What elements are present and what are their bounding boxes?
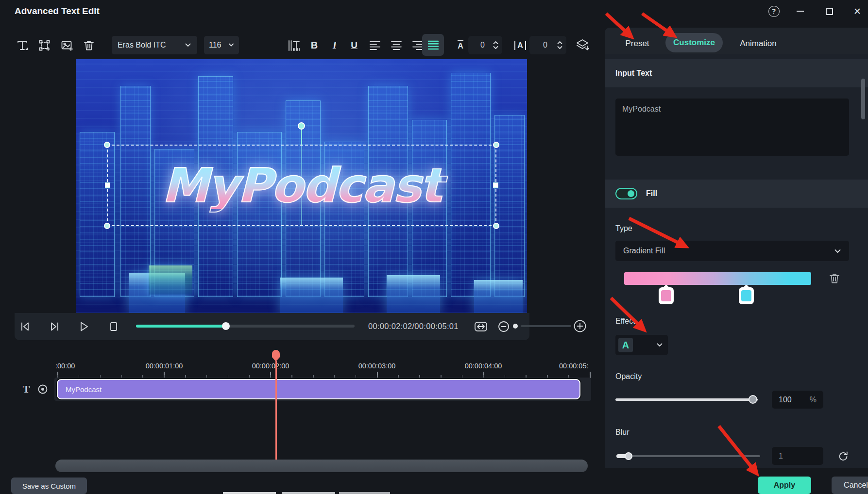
- opacity-unit: %: [810, 395, 817, 404]
- next-frame-icon: [49, 321, 60, 332]
- char-spacing-button[interactable]: A: [454, 39, 467, 52]
- save-as-custom-button[interactable]: Save as Custom: [11, 478, 87, 494]
- rotation-handle-stem: [301, 129, 302, 146]
- gradient-stop-cyan[interactable]: [739, 287, 754, 304]
- track-type-button: T: [19, 382, 33, 396]
- line-spacing-input[interactable]: 0: [529, 36, 566, 54]
- chevron-down-icon: [185, 43, 191, 48]
- minimize-button[interactable]: [793, 4, 807, 18]
- zoom-in-icon: [573, 319, 587, 333]
- timeline-zoom-out-button[interactable]: [497, 320, 510, 333]
- text-clip-label: MyPodcast: [66, 385, 102, 394]
- seek-slider-handle[interactable]: [222, 322, 230, 330]
- add-image-button[interactable]: [60, 38, 74, 53]
- trash-icon: [83, 39, 95, 52]
- previous-frame-icon: [19, 321, 31, 332]
- char-spacing-input[interactable]: 0: [468, 36, 502, 54]
- font-family-select[interactable]: Eras Bold ITC: [112, 36, 197, 54]
- fill-toggle[interactable]: [615, 188, 637, 199]
- gradient-bar[interactable]: [624, 272, 811, 285]
- text-tool-icon: [16, 39, 29, 52]
- type-label: Type: [615, 224, 632, 233]
- cancel-button[interactable]: Cancel: [832, 477, 868, 494]
- transform-tool-button[interactable]: [37, 38, 52, 53]
- underline-button[interactable]: U: [348, 38, 360, 52]
- minimize-icon: [797, 11, 804, 12]
- font-family-value: Eras Bold ITC: [118, 41, 185, 49]
- font-size-value: 116: [209, 41, 228, 49]
- opacity-label: Opacity: [615, 372, 642, 381]
- playhead-marker[interactable]: [271, 349, 281, 362]
- delete-gradient-stop-button[interactable]: [828, 272, 841, 285]
- align-left-button[interactable]: [368, 39, 382, 52]
- chevron-down-icon: [228, 43, 234, 48]
- text-tool-button[interactable]: [15, 38, 30, 53]
- fill-type-select[interactable]: Gradient Fill: [615, 241, 849, 261]
- play-icon: [78, 321, 89, 332]
- tab-animation[interactable]: Animation: [732, 36, 785, 51]
- opacity-slider-handle[interactable]: [749, 395, 757, 404]
- bold-button[interactable]: B: [308, 38, 321, 52]
- blur-reset-button[interactable]: [836, 449, 850, 463]
- fit-to-window-button[interactable]: [472, 319, 490, 334]
- blur-slider-handle[interactable]: [625, 452, 632, 460]
- input-text-field[interactable]: MyPodcast: [615, 99, 849, 156]
- rotation-handle[interactable]: [298, 122, 305, 130]
- next-frame-button[interactable]: [48, 320, 61, 333]
- text-clip[interactable]: MyPodcast: [57, 379, 580, 399]
- previous-frame-button[interactable]: [18, 320, 32, 333]
- gradient-stop-pink[interactable]: [659, 287, 674, 304]
- justify-button[interactable]: [422, 34, 444, 56]
- char-spacing-icon: A: [458, 40, 463, 50]
- justify-icon: [427, 40, 439, 50]
- city-cube: [280, 278, 343, 313]
- city-cube: [474, 280, 523, 313]
- effect-select[interactable]: A: [615, 335, 668, 355]
- opacity-slider-track[interactable]: [615, 398, 758, 401]
- zoom-out-icon: [498, 321, 510, 332]
- maximize-button[interactable]: [822, 4, 836, 18]
- align-center-button[interactable]: [390, 39, 403, 52]
- video-preview[interactable]: MyPodcast: [76, 59, 527, 313]
- vertical-text-button[interactable]: [287, 39, 302, 52]
- eye-icon: [37, 383, 49, 395]
- italic-button[interactable]: I: [328, 38, 341, 52]
- stepper-icon: [557, 40, 562, 50]
- preview-text-container[interactable]: MyPodcast: [107, 145, 496, 226]
- track-visibility-button[interactable]: [36, 382, 50, 396]
- font-size-select[interactable]: 116: [204, 36, 239, 54]
- fill-label: Fill: [646, 189, 657, 198]
- blur-slider-track[interactable]: [616, 455, 760, 457]
- close-button[interactable]: ✕: [850, 4, 865, 18]
- timecode-display: 00:00:02:02/00:00:05:01: [368, 322, 459, 331]
- zoom-slider-handle[interactable]: [513, 324, 518, 329]
- fill-section-header: Fill: [605, 180, 868, 208]
- align-left-icon: [369, 40, 381, 51]
- blur-value-box[interactable]: 1: [772, 447, 823, 465]
- panel-scrollbar[interactable]: [861, 79, 865, 119]
- timeline-hscrollbar[interactable]: [55, 460, 588, 472]
- timeline-zoom-in-button[interactable]: [573, 319, 587, 333]
- tab-customize[interactable]: Customize: [665, 33, 723, 52]
- delete-text-button[interactable]: [82, 38, 96, 53]
- fill-toggle-knob: [628, 190, 634, 197]
- maximize-icon: [826, 8, 833, 15]
- input-text-header: Input Text: [605, 59, 868, 87]
- zoom-slider-track[interactable]: [521, 325, 571, 327]
- stop-button[interactable]: [107, 320, 120, 333]
- ruler-label-4: 00:00:04:00: [465, 362, 502, 370]
- tab-animation-label: Animation: [740, 39, 777, 49]
- playhead-line[interactable]: [275, 361, 277, 464]
- city-building: [494, 115, 525, 297]
- tab-preset-label: Preset: [625, 39, 649, 49]
- ruler-label-2: 00:00:02:00: [252, 362, 289, 370]
- help-button[interactable]: ?: [766, 4, 781, 18]
- play-button[interactable]: [77, 320, 90, 333]
- tab-preset[interactable]: Preset: [616, 36, 659, 51]
- ruler-label-1: 00:00:01:00: [146, 362, 183, 370]
- opacity-value-box[interactable]: 100 %: [772, 391, 823, 409]
- line-spacing-button[interactable]: A: [513, 39, 528, 52]
- apply-button[interactable]: Apply: [758, 477, 811, 494]
- align-center-icon: [391, 40, 402, 51]
- style-preset-button[interactable]: [575, 38, 591, 52]
